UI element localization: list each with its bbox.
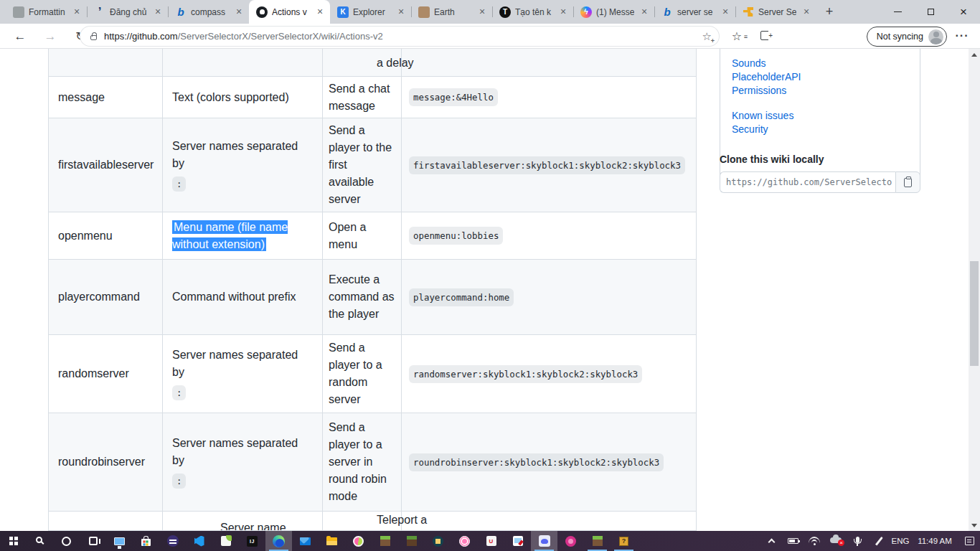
- close-tab-icon[interactable]: [476, 6, 488, 18]
- scrollbar-thumb[interactable]: [970, 261, 979, 366]
- tray-hidden-icons-chevron-button[interactable]: [760, 531, 782, 551]
- sidebar-link-permissions[interactable]: Permissions: [732, 84, 908, 98]
- lock-icon: [90, 35, 97, 40]
- browser-tab-7[interactable]: TTạo tên k: [492, 0, 573, 24]
- settings-menu-icon[interactable]: [953, 27, 971, 47]
- taskbar-eclipse-button[interactable]: [159, 531, 186, 551]
- sidebar-link-placeholderapi[interactable]: PlaceholderAPI: [732, 70, 908, 84]
- close-window-button[interactable]: [947, 0, 980, 24]
- tray-wifi-button[interactable]: [804, 531, 825, 551]
- tray-clock-button[interactable]: 11:49 AM: [911, 531, 958, 551]
- minecraft-grass-2-icon: [593, 536, 603, 546]
- taskbar-paint-button[interactable]: [504, 531, 531, 551]
- example-code-chip: randomserver:skyblock1:skyblock2:skybloc…: [409, 365, 642, 383]
- close-tab-icon[interactable]: [395, 6, 407, 18]
- value-label: Server names separated by: [172, 140, 298, 169]
- description-cell: Open a menu: [323, 212, 402, 259]
- lucky-block-icon: ?: [619, 537, 628, 546]
- maximize-button[interactable]: [914, 0, 947, 24]
- browser-tab-strip: Formattin’Đăng chủbcompassActions vKExpl…: [0, 0, 980, 24]
- taskbar-search-button[interactable]: [27, 531, 53, 551]
- inline-code-chip: :: [172, 474, 186, 489]
- github-favicon-icon: [256, 6, 268, 18]
- favorites-icon[interactable]: [727, 27, 746, 46]
- new-tab-button[interactable]: +: [819, 2, 839, 22]
- example-code-chip: playercommand:home: [409, 288, 514, 306]
- taskbar-notepad-plus-plus-button[interactable]: [212, 531, 239, 551]
- browser-tab-10[interactable]: Server Se: [735, 0, 816, 24]
- browser-tab-3[interactable]: bcompass: [168, 0, 249, 24]
- page-scrollbar[interactable]: [969, 49, 980, 531]
- tray-language-button[interactable]: ENG: [890, 531, 911, 551]
- example-cell: openmenu:lobbies: [402, 212, 697, 259]
- tray-microphone-button[interactable]: [847, 531, 868, 551]
- sidebar-link-known-issues[interactable]: Known issues: [732, 109, 908, 123]
- taskbar-minecraft-grass-dark-button[interactable]: [398, 531, 425, 551]
- close-tab-icon[interactable]: [557, 6, 569, 18]
- taskbar-minecraft-grass-button[interactable]: [372, 531, 398, 551]
- action-name-cell: roundrobinserver: [48, 413, 163, 511]
- scroll-down-arrow[interactable]: [969, 519, 980, 531]
- taskbar-tlauncher-button[interactable]: [425, 531, 451, 551]
- sidebar-link-security[interactable]: Security: [732, 123, 908, 136]
- profile-button[interactable]: Not syncing: [867, 27, 947, 47]
- taskbar-minecraft-grass-2-button[interactable]: [584, 531, 611, 551]
- taskbar-edge-button[interactable]: [265, 531, 292, 551]
- back-button[interactable]: [10, 27, 30, 47]
- browser-tab-9[interactable]: bserver se: [654, 0, 735, 24]
- taskbar-osu-lazer-button[interactable]: [345, 531, 372, 551]
- taskbar-task-view-button[interactable]: [80, 531, 106, 551]
- taskbar-intellij-button[interactable]: IJ: [239, 531, 265, 551]
- taskbar-file-explorer-button[interactable]: [319, 531, 345, 551]
- collections-icon[interactable]: [760, 31, 770, 40]
- tray-onedrive-error-button[interactable]: [825, 531, 847, 551]
- triangle-down-icon: [971, 524, 977, 527]
- window-controls: [881, 0, 980, 24]
- taskbar-start-button[interactable]: [0, 531, 27, 551]
- sidebar-link-sounds[interactable]: Sounds: [732, 57, 908, 70]
- minimize-button[interactable]: [881, 0, 914, 24]
- value-cell: Menu name (file name without extension): [163, 212, 323, 259]
- taskbar-unikey-button[interactable]: U: [478, 531, 504, 551]
- description-cell: Send a player to a random server: [323, 335, 402, 413]
- taskbar-microsoft-store-button[interactable]: [133, 531, 159, 551]
- address-bar[interactable]: https://github.com/ServerSelectorX/Serve…: [80, 27, 719, 46]
- tab-title: Đăng chủ: [110, 7, 148, 17]
- vscode-icon: [194, 536, 204, 547]
- taskbar-cortana-button[interactable]: [53, 531, 80, 551]
- browser-tab-8[interactable]: (1) Messe: [573, 0, 654, 24]
- taskbar-discord-button[interactable]: [531, 531, 557, 551]
- taskbar-osu-button[interactable]: [451, 531, 478, 551]
- scroll-up-arrow[interactable]: [969, 49, 980, 60]
- forward-button[interactable]: [40, 27, 60, 47]
- browser-tab-4[interactable]: Actions v: [249, 0, 330, 24]
- browser-tab-6[interactable]: Earth: [411, 0, 492, 24]
- action-name-cell: message: [48, 77, 163, 118]
- table-cell: [48, 49, 163, 76]
- browser-tab-5[interactable]: KExplorer: [330, 0, 411, 24]
- clone-url-input[interactable]: https://github.com/ServerSelecto: [720, 171, 895, 193]
- url-text: https://github.com/ServerSelectorX/Serve…: [104, 31, 702, 42]
- close-tab-icon[interactable]: [71, 6, 83, 18]
- table-row: firstavailableserverServer names separat…: [48, 118, 697, 212]
- tray-pen-button[interactable]: [868, 531, 890, 551]
- close-tab-icon[interactable]: [720, 6, 731, 18]
- copy-button[interactable]: [895, 171, 920, 193]
- tray-battery-button[interactable]: [782, 531, 804, 551]
- microphone-icon: [856, 537, 859, 543]
- taskbar-lucky-block-button[interactable]: ?: [611, 531, 637, 551]
- close-tab-icon[interactable]: [233, 6, 245, 18]
- browser-tab-1[interactable]: Formattin: [6, 0, 87, 24]
- close-tab-icon[interactable]: [639, 6, 650, 18]
- taskbar-mail-button[interactable]: [292, 531, 319, 551]
- taskbar-desktop-monitor-button[interactable]: [106, 531, 133, 551]
- close-tab-icon[interactable]: [152, 6, 164, 18]
- add-favorite-icon[interactable]: [702, 30, 712, 43]
- close-tab-icon[interactable]: [314, 6, 326, 18]
- sidebar-links: SoundsPlaceholderAPIPermissionsKnown iss…: [732, 57, 908, 136]
- close-tab-icon[interactable]: [801, 6, 812, 18]
- tray-action-center-button[interactable]: [958, 531, 980, 551]
- taskbar-vscode-button[interactable]: [186, 531, 212, 551]
- browser-tab-2[interactable]: ’Đăng chủ: [87, 0, 168, 24]
- taskbar-magenta-app-button[interactable]: [557, 531, 584, 551]
